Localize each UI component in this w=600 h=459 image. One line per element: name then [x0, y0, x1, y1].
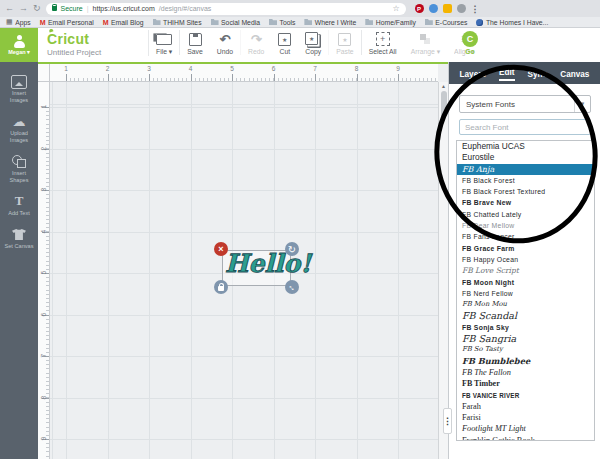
font-list-item[interactable]: FB Sonja Sky: [457, 322, 594, 333]
toolbar-button[interactable]: Paste: [328, 30, 360, 55]
toolbar-button[interactable]: Redo: [240, 30, 271, 55]
user-account-button[interactable]: Megan ▾: [0, 28, 38, 62]
toolbar-button[interactable]: Undo: [210, 30, 240, 55]
bookmark-item[interactable]: Where I Write: [304, 19, 356, 26]
font-list-item[interactable]: Farah: [457, 401, 594, 412]
ruler-number: 7: [294, 65, 336, 72]
rotate-handle[interactable]: ↻: [285, 242, 299, 256]
toolbar-button-icon: [156, 32, 172, 46]
font-list-item[interactable]: Farisi: [457, 412, 594, 423]
resize-handle[interactable]: [285, 280, 299, 294]
selection-bounding-box[interactable]: Hello! × ↻: [222, 250, 291, 286]
font-list-item[interactable]: FB VANICE RIVER: [457, 390, 594, 401]
reload-icon[interactable]: ↻: [33, 4, 41, 13]
toolbar-button[interactable]: Save: [179, 30, 210, 55]
secure-lock-icon: [52, 6, 57, 11]
font-list-item[interactable]: FB Love Script: [457, 265, 594, 276]
font-list-item[interactable]: FB Bumblebee: [457, 356, 594, 367]
font-list-item[interactable]: FB Anja: [457, 164, 594, 175]
font-list-item[interactable]: FB Fans Lancer: [457, 231, 594, 242]
bookmark-item[interactable]: Social Media: [211, 19, 260, 26]
font-name-label: FB Happy Ocean: [462, 256, 518, 263]
toolbar-button[interactable]: Arrange ▾: [404, 30, 447, 56]
bookmark-item[interactable]: THIHM Sites: [153, 19, 202, 26]
font-list-item[interactable]: Euphemia UCAS: [457, 141, 594, 152]
font-source-dropdown[interactable]: System Fonts ▼: [459, 95, 591, 113]
bookmark-item[interactable]: Email Personal: [40, 19, 94, 26]
font-list-item[interactable]: FB So Tasty: [457, 344, 594, 355]
bookmark-item[interactable]: Apps: [6, 18, 31, 26]
browser-toolbar: ← → ↻ Secure | https://us.cricut.com /de…: [0, 0, 600, 17]
bookmark-label: Where I Write: [315, 19, 356, 26]
font-search-input[interactable]: [459, 119, 591, 135]
edit-panel: Layers Edit Sync Canvas System Fonts ▼ E…: [448, 62, 600, 459]
font-name-label: Euphemia UCAS: [462, 141, 525, 151]
font-list-item[interactable]: FB The Fallon: [457, 367, 594, 378]
pinterest-icon[interactable]: P: [415, 4, 424, 13]
panel-tab[interactable]: Layers: [460, 67, 486, 79]
font-list-item[interactable]: FB Black Forest: [457, 175, 594, 186]
toolbar-button-icon: [338, 32, 351, 46]
font-name-label: FB Sangria: [462, 333, 516, 344]
font-list-item[interactable]: FB Moon Night: [457, 277, 594, 288]
font-list-item[interactable]: FB Chatted Lately: [457, 209, 594, 220]
scrollbar-thumb[interactable]: [441, 91, 447, 117]
yellow-extension-icon[interactable]: [443, 4, 452, 13]
canvas-text-object[interactable]: Hello!: [225, 249, 311, 278]
font-list-item[interactable]: Eurostile: [457, 152, 594, 163]
toolbar-button-icon: [219, 32, 230, 46]
gray-extension-icon[interactable]: [457, 4, 466, 13]
font-name-label: FB Dear Mellow: [462, 222, 515, 229]
font-list-item[interactable]: FB Happy Ocean: [457, 254, 594, 265]
bookmarks-bar: Apps Email Personal Email Blog THIHM Sit…: [0, 17, 600, 28]
sidebar-item-icon: [11, 115, 27, 128]
bookmark-icon: [476, 19, 483, 26]
sidebar-item-icon: [11, 155, 27, 168]
go-button[interactable]: C Go: [462, 31, 478, 55]
toolbar-button-label: Cut: [279, 48, 290, 55]
bookmark-item[interactable]: Tools: [269, 19, 295, 26]
font-list-item[interactable]: FB Dear Mellow: [457, 220, 594, 231]
panel-resize-handle[interactable]: ⋮: [443, 408, 452, 434]
panel-tab[interactable]: Edit: [499, 65, 514, 81]
font-list-item[interactable]: FB Grace Farm: [457, 243, 594, 254]
address-bar[interactable]: Secure | https://us.cricut.com /design/#…: [46, 3, 406, 15]
font-list-item[interactable]: FB Black Forest Textured: [457, 186, 594, 197]
canvas-scrollbar[interactable]: ▲: [438, 82, 448, 459]
toolbar-button[interactable]: Select All: [361, 30, 404, 55]
toolbar-button[interactable]: Cut: [271, 30, 298, 55]
bookmark-icon: [425, 19, 433, 25]
font-name-label: FB Brave New: [462, 199, 511, 206]
font-source-value: System Fonts: [466, 100, 515, 109]
design-canvas[interactable]: Hello! × ↻: [50, 82, 438, 459]
bookmark-item[interactable]: The Homes I Have...: [476, 19, 548, 26]
bookmark-item[interactable]: E-Courses: [425, 19, 468, 26]
scroll-up-icon[interactable]: ▲: [439, 83, 448, 89]
toolbar-button[interactable]: Copy: [298, 30, 328, 55]
bookmark-item[interactable]: Home/Family: [365, 19, 416, 26]
blue-extension-icon[interactable]: [429, 4, 438, 13]
font-list-item[interactable]: Franklin Gothic Book: [457, 435, 594, 441]
delete-handle[interactable]: ×: [214, 242, 228, 256]
font-list-item[interactable]: Footlight MT Light: [457, 423, 594, 434]
font-list-item[interactable]: FB Scandal: [457, 310, 594, 321]
chrome-menu-icon[interactable]: ⋮: [471, 4, 480, 14]
font-list-item[interactable]: FB Brave New: [457, 197, 594, 208]
panel-tab[interactable]: Canvas: [560, 67, 589, 79]
toolbar-button[interactable]: File ▾: [148, 30, 179, 56]
bookmark-label: Email Personal: [48, 19, 94, 26]
bookmark-icon: [304, 19, 312, 25]
bookmark-star-icon[interactable]: ☆: [392, 4, 399, 13]
secure-label: Secure: [61, 5, 83, 12]
toolbar-button-icon: [189, 32, 202, 46]
bookmark-item[interactable]: Email Blog: [103, 19, 144, 26]
font-list-item[interactable]: FB Timber: [457, 378, 594, 389]
lock-handle[interactable]: [214, 280, 228, 294]
font-list-item[interactable]: FB Nerd Fellow: [457, 288, 594, 299]
font-list-item[interactable]: FB Sangria: [457, 333, 594, 344]
back-icon[interactable]: ←: [5, 4, 14, 13]
font-list-item[interactable]: FB Mon Mou: [457, 299, 594, 310]
ruler-number: 9: [377, 65, 419, 72]
panel-tab[interactable]: Sync: [528, 67, 548, 79]
forward-icon[interactable]: →: [19, 4, 28, 13]
